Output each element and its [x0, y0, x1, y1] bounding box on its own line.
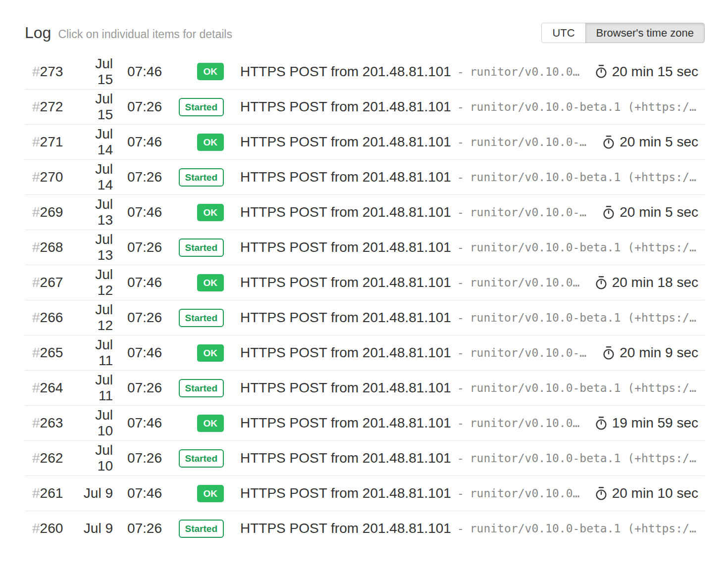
entry-time: 07:26	[113, 169, 162, 185]
entry-date: Jul 15	[79, 56, 113, 88]
entry-time: 07:46	[113, 345, 162, 361]
entry-hash-prefix: #	[32, 134, 40, 149]
duration-text: 19 min 59 sec	[612, 415, 698, 431]
entry-description-cell: HTTPS POST from 201.48.81.101 - runitor/…	[224, 169, 705, 185]
log-row[interactable]: #273 Jul 15 07:46 OK HTTPS POST from 201…	[25, 54, 705, 89]
entry-user-agent: runitor/v0.10.0-…	[470, 206, 586, 219]
entry-status-cell: OK	[162, 63, 224, 80]
entry-separator: -	[457, 522, 464, 535]
entry-date: Jul 10	[79, 442, 113, 474]
entry-description: HTTPS POST from 201.48.81.101	[240, 485, 451, 501]
duration-text: 20 min 15 sec	[612, 64, 698, 80]
log-row[interactable]: #270 Jul 14 07:26 Started HTTPS POST fro…	[25, 159, 705, 194]
entry-number: #260	[25, 521, 79, 536]
entry-description: HTTPS POST from 201.48.81.101	[240, 310, 451, 326]
entry-status-cell: Started	[162, 379, 224, 397]
entry-status-cell: OK	[162, 485, 224, 502]
entry-separator: -	[457, 171, 464, 184]
entry-description: HTTPS POST from 201.48.81.101	[240, 134, 451, 150]
stopwatch-icon	[602, 135, 615, 149]
log-row[interactable]: #269 Jul 13 07:46 OK HTTPS POST from 201…	[25, 194, 705, 230]
log-row[interactable]: #271 Jul 14 07:46 OK HTTPS POST from 201…	[25, 124, 705, 159]
entry-time: 07:46	[113, 64, 162, 80]
entry-user-agent: runitor/v0.10.0-beta.1 (+https:/…	[470, 100, 696, 113]
log-row[interactable]: #264 Jul 11 07:26 Started HTTPS POST fro…	[25, 370, 705, 405]
entry-separator: -	[457, 452, 464, 465]
entry-separator: -	[457, 100, 464, 113]
entry-date: Jul 11	[79, 372, 113, 404]
entry-number: #271	[25, 134, 79, 150]
entry-status-cell: Started	[162, 98, 224, 116]
entry-user-agent: runitor/v0.10.0…	[470, 417, 580, 429]
entry-status-cell: OK	[162, 344, 224, 362]
entry-duration: 19 min 59 sec	[580, 415, 698, 431]
entry-description-cell: HTTPS POST from 201.48.81.101 - runitor/…	[224, 450, 705, 466]
entry-user-agent: runitor/v0.10.0-…	[470, 346, 586, 359]
entry-status-cell: OK	[162, 204, 224, 221]
utc-button[interactable]: UTC	[541, 23, 585, 43]
entry-number: #273	[25, 64, 79, 80]
entry-separator: -	[457, 241, 464, 254]
entry-number: #263	[25, 415, 79, 431]
entry-date: Jul 9	[79, 521, 113, 536]
entry-user-agent: runitor/v0.10.0-…	[470, 136, 586, 148]
log-row[interactable]: #263 Jul 10 07:46 OK HTTPS POST from 201…	[25, 405, 705, 440]
entry-separator: -	[457, 65, 464, 78]
entry-date: Jul 12	[79, 267, 113, 298]
entry-number: #267	[25, 275, 79, 290]
log-row[interactable]: #265 Jul 11 07:46 OK HTTPS POST from 201…	[25, 335, 705, 370]
entry-description: HTTPS POST from 201.48.81.101	[240, 415, 451, 431]
entry-date: Jul 15	[79, 91, 113, 123]
entry-time: 07:46	[113, 134, 162, 150]
entry-user-agent: runitor/v0.10.0-beta.1 (+https:/…	[470, 452, 696, 465]
entry-duration: 20 min 15 sec	[580, 64, 698, 80]
duration-text: 20 min 5 sec	[620, 204, 698, 220]
timezone-toggle: UTC Browser's time zone	[541, 23, 705, 43]
entry-description: HTTPS POST from 201.48.81.101	[240, 275, 451, 290]
entry-status-cell: Started	[162, 238, 224, 257]
entry-description: HTTPS POST from 201.48.81.101	[240, 239, 451, 255]
entry-user-agent: runitor/v0.10.0-beta.1 (+https:/…	[470, 171, 696, 184]
entry-separator: -	[457, 136, 464, 148]
status-badge: OK	[197, 274, 224, 291]
stopwatch-icon	[595, 486, 608, 501]
status-badge: OK	[197, 63, 224, 80]
entry-date: Jul 13	[79, 232, 113, 263]
log-row[interactable]: #262 Jul 10 07:26 Started HTTPS POST fro…	[25, 440, 705, 476]
status-badge: Started	[179, 309, 224, 327]
entry-separator: -	[457, 417, 464, 429]
log-row[interactable]: #266 Jul 12 07:26 Started HTTPS POST fro…	[25, 300, 705, 335]
entry-time: 07:26	[113, 521, 162, 536]
status-badge: OK	[197, 134, 224, 151]
log-row[interactable]: #268 Jul 13 07:26 Started HTTPS POST fro…	[25, 230, 705, 265]
browser-timezone-button[interactable]: Browser's time zone	[585, 23, 705, 43]
entry-number: #269	[25, 204, 79, 220]
entry-hash-prefix: #	[32, 99, 40, 114]
log-table: #273 Jul 15 07:46 OK HTTPS POST from 201…	[25, 54, 705, 546]
stopwatch-icon	[602, 346, 615, 360]
entry-date: Jul 13	[79, 196, 113, 228]
entry-number: #272	[25, 99, 79, 115]
status-badge: Started	[179, 238, 224, 257]
entry-duration: 20 min 5 sec	[587, 204, 698, 220]
log-row[interactable]: #260 Jul 9 07:26 Started HTTPS POST from…	[25, 511, 705, 546]
entry-status-cell: Started	[162, 309, 224, 327]
log-row[interactable]: #261 Jul 9 07:46 OK HTTPS POST from 201.…	[25, 476, 705, 511]
status-badge: OK	[197, 415, 224, 432]
log-row[interactable]: #272 Jul 15 07:26 Started HTTPS POST fro…	[25, 89, 705, 124]
entry-number: #262	[25, 450, 79, 466]
entry-description-cell: HTTPS POST from 201.48.81.101 - runitor/…	[224, 521, 705, 536]
title-wrap: Log Click on individual items for detail…	[25, 24, 232, 42]
entry-description: HTTPS POST from 201.48.81.101	[240, 99, 451, 115]
status-badge: Started	[179, 449, 224, 468]
log-row[interactable]: #267 Jul 12 07:46 OK HTTPS POST from 201…	[25, 265, 705, 300]
stopwatch-icon	[595, 416, 608, 430]
entry-separator: -	[457, 311, 464, 324]
entry-date: Jul 14	[79, 161, 113, 193]
entry-description: HTTPS POST from 201.48.81.101	[240, 345, 451, 361]
page-subtitle: Click on individual items for details	[58, 28, 232, 41]
entry-time: 07:26	[113, 239, 162, 255]
entry-description-cell: HTTPS POST from 201.48.81.101 - runitor/…	[224, 134, 705, 150]
page-title: Log	[25, 24, 51, 42]
entry-status-cell: OK	[162, 274, 224, 291]
